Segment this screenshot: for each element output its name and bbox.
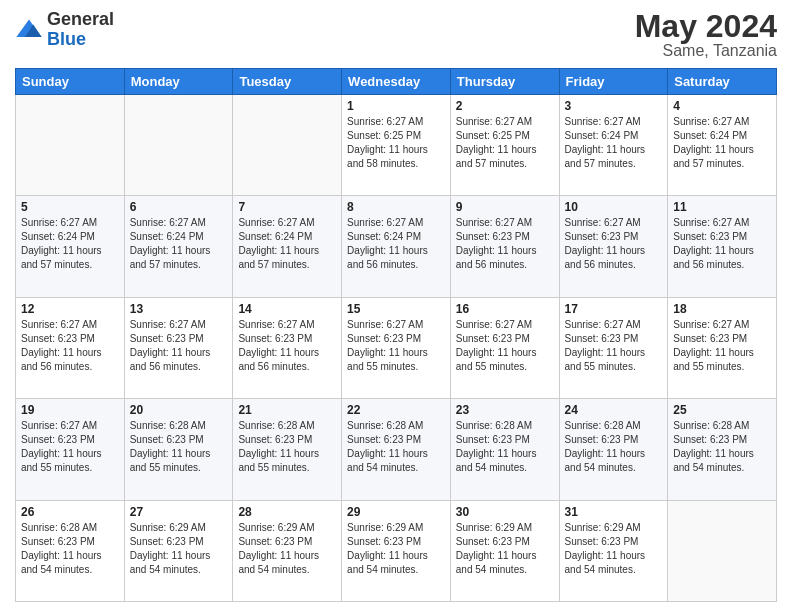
day-info: Sunrise: 6:27 AM Sunset: 6:23 PM Dayligh… bbox=[673, 318, 771, 374]
day-number: 5 bbox=[21, 200, 119, 214]
day-number: 15 bbox=[347, 302, 445, 316]
col-tuesday: Tuesday bbox=[233, 69, 342, 95]
table-row: 4Sunrise: 6:27 AM Sunset: 6:24 PM Daylig… bbox=[668, 95, 777, 196]
table-row bbox=[16, 95, 125, 196]
col-thursday: Thursday bbox=[450, 69, 559, 95]
day-info: Sunrise: 6:27 AM Sunset: 6:23 PM Dayligh… bbox=[21, 318, 119, 374]
table-row: 5Sunrise: 6:27 AM Sunset: 6:24 PM Daylig… bbox=[16, 196, 125, 297]
day-number: 4 bbox=[673, 99, 771, 113]
day-info: Sunrise: 6:29 AM Sunset: 6:23 PM Dayligh… bbox=[130, 521, 228, 577]
col-saturday: Saturday bbox=[668, 69, 777, 95]
day-info: Sunrise: 6:27 AM Sunset: 6:24 PM Dayligh… bbox=[21, 216, 119, 272]
day-info: Sunrise: 6:27 AM Sunset: 6:23 PM Dayligh… bbox=[456, 216, 554, 272]
day-info: Sunrise: 6:27 AM Sunset: 6:24 PM Dayligh… bbox=[347, 216, 445, 272]
week-row-5: 26Sunrise: 6:28 AM Sunset: 6:23 PM Dayli… bbox=[16, 500, 777, 601]
col-wednesday: Wednesday bbox=[342, 69, 451, 95]
day-info: Sunrise: 6:29 AM Sunset: 6:23 PM Dayligh… bbox=[347, 521, 445, 577]
day-number: 1 bbox=[347, 99, 445, 113]
table-row: 18Sunrise: 6:27 AM Sunset: 6:23 PM Dayli… bbox=[668, 297, 777, 398]
day-info: Sunrise: 6:28 AM Sunset: 6:23 PM Dayligh… bbox=[347, 419, 445, 475]
month-title: May 2024 bbox=[635, 10, 777, 42]
table-row: 10Sunrise: 6:27 AM Sunset: 6:23 PM Dayli… bbox=[559, 196, 668, 297]
day-number: 11 bbox=[673, 200, 771, 214]
day-info: Sunrise: 6:28 AM Sunset: 6:23 PM Dayligh… bbox=[21, 521, 119, 577]
day-info: Sunrise: 6:27 AM Sunset: 6:25 PM Dayligh… bbox=[456, 115, 554, 171]
day-number: 24 bbox=[565, 403, 663, 417]
day-info: Sunrise: 6:29 AM Sunset: 6:23 PM Dayligh… bbox=[565, 521, 663, 577]
table-row: 11Sunrise: 6:27 AM Sunset: 6:23 PM Dayli… bbox=[668, 196, 777, 297]
day-number: 30 bbox=[456, 505, 554, 519]
table-row: 13Sunrise: 6:27 AM Sunset: 6:23 PM Dayli… bbox=[124, 297, 233, 398]
day-number: 9 bbox=[456, 200, 554, 214]
day-info: Sunrise: 6:27 AM Sunset: 6:23 PM Dayligh… bbox=[673, 216, 771, 272]
day-number: 14 bbox=[238, 302, 336, 316]
day-info: Sunrise: 6:29 AM Sunset: 6:23 PM Dayligh… bbox=[456, 521, 554, 577]
table-row: 22Sunrise: 6:28 AM Sunset: 6:23 PM Dayli… bbox=[342, 399, 451, 500]
table-row: 28Sunrise: 6:29 AM Sunset: 6:23 PM Dayli… bbox=[233, 500, 342, 601]
day-number: 26 bbox=[21, 505, 119, 519]
title-block: May 2024 Same, Tanzania bbox=[635, 10, 777, 60]
logo-blue: Blue bbox=[47, 29, 86, 49]
day-info: Sunrise: 6:29 AM Sunset: 6:23 PM Dayligh… bbox=[238, 521, 336, 577]
logo: General Blue bbox=[15, 10, 114, 50]
day-number: 13 bbox=[130, 302, 228, 316]
day-info: Sunrise: 6:28 AM Sunset: 6:23 PM Dayligh… bbox=[456, 419, 554, 475]
week-row-2: 5Sunrise: 6:27 AM Sunset: 6:24 PM Daylig… bbox=[16, 196, 777, 297]
calendar-header-row: Sunday Monday Tuesday Wednesday Thursday… bbox=[16, 69, 777, 95]
day-number: 17 bbox=[565, 302, 663, 316]
table-row: 31Sunrise: 6:29 AM Sunset: 6:23 PM Dayli… bbox=[559, 500, 668, 601]
table-row bbox=[668, 500, 777, 601]
day-number: 7 bbox=[238, 200, 336, 214]
day-info: Sunrise: 6:27 AM Sunset: 6:23 PM Dayligh… bbox=[347, 318, 445, 374]
table-row: 6Sunrise: 6:27 AM Sunset: 6:24 PM Daylig… bbox=[124, 196, 233, 297]
table-row: 27Sunrise: 6:29 AM Sunset: 6:23 PM Dayli… bbox=[124, 500, 233, 601]
day-info: Sunrise: 6:27 AM Sunset: 6:24 PM Dayligh… bbox=[565, 115, 663, 171]
day-number: 22 bbox=[347, 403, 445, 417]
logo-text: General Blue bbox=[47, 10, 114, 50]
day-info: Sunrise: 6:27 AM Sunset: 6:23 PM Dayligh… bbox=[21, 419, 119, 475]
day-info: Sunrise: 6:27 AM Sunset: 6:23 PM Dayligh… bbox=[565, 318, 663, 374]
day-info: Sunrise: 6:28 AM Sunset: 6:23 PM Dayligh… bbox=[238, 419, 336, 475]
day-number: 3 bbox=[565, 99, 663, 113]
week-row-4: 19Sunrise: 6:27 AM Sunset: 6:23 PM Dayli… bbox=[16, 399, 777, 500]
table-row: 25Sunrise: 6:28 AM Sunset: 6:23 PM Dayli… bbox=[668, 399, 777, 500]
table-row: 9Sunrise: 6:27 AM Sunset: 6:23 PM Daylig… bbox=[450, 196, 559, 297]
table-row: 3Sunrise: 6:27 AM Sunset: 6:24 PM Daylig… bbox=[559, 95, 668, 196]
day-number: 16 bbox=[456, 302, 554, 316]
logo-icon bbox=[15, 16, 43, 44]
day-number: 6 bbox=[130, 200, 228, 214]
day-number: 23 bbox=[456, 403, 554, 417]
day-number: 19 bbox=[21, 403, 119, 417]
table-row: 24Sunrise: 6:28 AM Sunset: 6:23 PM Dayli… bbox=[559, 399, 668, 500]
table-row: 21Sunrise: 6:28 AM Sunset: 6:23 PM Dayli… bbox=[233, 399, 342, 500]
day-info: Sunrise: 6:27 AM Sunset: 6:24 PM Dayligh… bbox=[238, 216, 336, 272]
col-sunday: Sunday bbox=[16, 69, 125, 95]
logo-general: General bbox=[47, 9, 114, 29]
location: Same, Tanzania bbox=[635, 42, 777, 60]
week-row-1: 1Sunrise: 6:27 AM Sunset: 6:25 PM Daylig… bbox=[16, 95, 777, 196]
day-number: 10 bbox=[565, 200, 663, 214]
day-info: Sunrise: 6:28 AM Sunset: 6:23 PM Dayligh… bbox=[673, 419, 771, 475]
day-number: 2 bbox=[456, 99, 554, 113]
day-info: Sunrise: 6:27 AM Sunset: 6:25 PM Dayligh… bbox=[347, 115, 445, 171]
day-info: Sunrise: 6:27 AM Sunset: 6:24 PM Dayligh… bbox=[673, 115, 771, 171]
col-monday: Monday bbox=[124, 69, 233, 95]
table-row: 12Sunrise: 6:27 AM Sunset: 6:23 PM Dayli… bbox=[16, 297, 125, 398]
table-row: 30Sunrise: 6:29 AM Sunset: 6:23 PM Dayli… bbox=[450, 500, 559, 601]
day-info: Sunrise: 6:27 AM Sunset: 6:23 PM Dayligh… bbox=[456, 318, 554, 374]
table-row: 8Sunrise: 6:27 AM Sunset: 6:24 PM Daylig… bbox=[342, 196, 451, 297]
table-row bbox=[124, 95, 233, 196]
page: General Blue May 2024 Same, Tanzania Sun… bbox=[0, 0, 792, 612]
day-info: Sunrise: 6:27 AM Sunset: 6:23 PM Dayligh… bbox=[565, 216, 663, 272]
table-row: 20Sunrise: 6:28 AM Sunset: 6:23 PM Dayli… bbox=[124, 399, 233, 500]
day-number: 8 bbox=[347, 200, 445, 214]
day-number: 21 bbox=[238, 403, 336, 417]
day-number: 31 bbox=[565, 505, 663, 519]
table-row: 17Sunrise: 6:27 AM Sunset: 6:23 PM Dayli… bbox=[559, 297, 668, 398]
table-row: 19Sunrise: 6:27 AM Sunset: 6:23 PM Dayli… bbox=[16, 399, 125, 500]
week-row-3: 12Sunrise: 6:27 AM Sunset: 6:23 PM Dayli… bbox=[16, 297, 777, 398]
calendar: Sunday Monday Tuesday Wednesday Thursday… bbox=[15, 68, 777, 602]
day-info: Sunrise: 6:28 AM Sunset: 6:23 PM Dayligh… bbox=[130, 419, 228, 475]
day-info: Sunrise: 6:27 AM Sunset: 6:23 PM Dayligh… bbox=[238, 318, 336, 374]
day-info: Sunrise: 6:28 AM Sunset: 6:23 PM Dayligh… bbox=[565, 419, 663, 475]
